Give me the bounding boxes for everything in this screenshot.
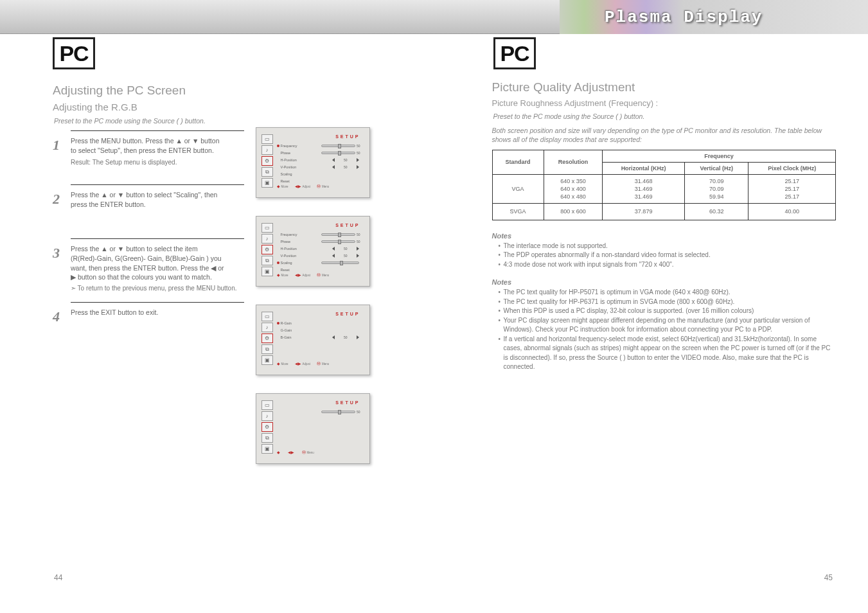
th-horizontal: Horizontal (KHz) [603, 162, 685, 174]
note-item: The PC text quality for HP-P5071 is opti… [499, 288, 837, 298]
page-number-right: 45 [824, 573, 833, 582]
osd-hints: ◆Move◀▶AdjustⓂMenu [277, 361, 360, 367]
right-page: Picture Quality Adjustment Picture Rough… [434, 0, 869, 594]
table-cell: 37.879 [603, 203, 685, 220]
note-item: When this PDP is used a PC display, 32-b… [499, 306, 837, 316]
left-title: Adjusting the PC Screen [53, 84, 373, 98]
right-content: Picture Quality Adjustment Picture Rough… [492, 80, 837, 381]
table-cell: 640 x 350640 x 400640 x 480 [544, 174, 603, 203]
th-standard: Standard [492, 150, 544, 174]
osd-row: V-Position50 [277, 252, 362, 259]
right-subsection-title: Picture Roughness Adjustment (Frequency)… [492, 98, 837, 108]
table-cell: 25.1725.1725.17 [748, 174, 836, 203]
th-pixelclock: Pixel Clock (MHz) [748, 162, 836, 174]
right-title: Picture Quality Adjustment [492, 80, 837, 94]
note-item: The interlace mode is not supported. [499, 242, 837, 251]
osd-items: Frequency50Phase50H-Position50V-Position… [277, 231, 362, 273]
osd-thumb: SETUP▭♪⚙⧉▣Frequency50Phase50H-Position50… [256, 127, 370, 198]
table-row: VGA640 x 350640 x 400640 x 48031.46831.4… [492, 174, 836, 203]
osd-row: Phase50 [277, 238, 362, 245]
left-intro: Preset to the PC mode using the Source (… [53, 116, 373, 125]
osd-sidebar-icon: ▣ [261, 178, 273, 188]
osd-thumb: SETUP▭♪⚙⧉▣Frequency50Phase50H-Position50… [256, 216, 370, 287]
table-cell: 31.46831.46931.469 [603, 174, 685, 203]
osd-items: R-GainG-GainB-Gain50 [277, 319, 362, 341]
osd-row: Scaling [277, 170, 362, 177]
step-number: 1 [53, 137, 60, 154]
osd-row: V-Position50 [277, 163, 362, 170]
osd-sidebar-icon: ⧉ [261, 256, 273, 265]
osd-hints: ◆Move◀▶AdjustⓂMenu [277, 184, 360, 190]
osd-row: 50 [277, 408, 362, 415]
note-item: 4:3 mode dose not work with input signal… [499, 260, 837, 270]
table-cell: 800 x 600 [544, 203, 603, 220]
note-block: NotesThe PC text quality for HP-P5071 is… [492, 278, 837, 372]
osd-sidebar-icon: ♪ [261, 145, 273, 155]
osd-sidebar-icon: ⚙ [261, 422, 273, 432]
osd-hints: ◆◀▶ⓂMenu [277, 450, 360, 456]
osd-title: SETUP [335, 134, 360, 139]
osd-row: Scaling [277, 259, 362, 266]
page-number-left: 44 [54, 573, 62, 582]
table-cell: SVGA [492, 203, 544, 220]
step-number: 2 [53, 191, 60, 208]
right-intro: Preset to the PC mode using the Source (… [492, 112, 837, 121]
osd-sidebar: ▭♪⚙⧉▣ [261, 312, 273, 365]
left-subsection-title: Adjusting the R.G.B [53, 102, 373, 112]
step-body: Press the MENU button. Press the ▲ or ▼ … [71, 136, 225, 155]
note-body: The PC text quality for HP-P5071 is opti… [492, 288, 837, 372]
display-mode-table: Standard Resolution Frequency Horizontal… [492, 150, 837, 220]
th-vertical: Vertical (Hz) [685, 162, 748, 174]
osd-row: G-Gain [277, 326, 362, 333]
osd-sidebar-icon: ▭ [261, 223, 273, 233]
note-item: The PDP operates abnormally if a non-sta… [499, 251, 837, 260]
osd-sidebar-icon: ♪ [261, 411, 273, 421]
table-row: SVGA800 x 60037.87960.3240.00 [492, 203, 836, 220]
osd-title: SETUP [335, 312, 360, 316]
osd-sidebar-icon: ♪ [261, 234, 273, 244]
osd-thumb: SETUP▭♪⚙⧉▣R-GainG-GainB-Gain50◆Move◀▶Adj… [256, 305, 370, 375]
osd-thumb: SETUP▭♪⚙⧉▣50◆◀▶ⓂMenu [256, 393, 370, 464]
osd-sidebar-icon: ♪ [261, 323, 273, 332]
osd-title: SETUP [335, 400, 360, 405]
th-resolution: Resolution [544, 150, 603, 174]
osd-title: SETUP [335, 223, 360, 227]
osd-sidebar-icon: ⧉ [261, 433, 273, 443]
notes-blocks: NotesThe interlace mode is not supported… [492, 232, 837, 372]
osd-sidebar-icon: ⚙ [261, 245, 273, 254]
osd-sidebar-icon: ▣ [261, 355, 273, 365]
right-postintro: Both screen position and size will vary … [492, 126, 837, 144]
osd-sidebar-icon: ⧉ [261, 167, 273, 177]
note-body: The interlace mode is not supported.The … [492, 242, 837, 270]
osd-sidebar-icon: ⧉ [261, 344, 273, 354]
osd-row: H-Position50 [277, 156, 362, 163]
osd-row: Phase50 [277, 149, 362, 156]
osd-items: Frequency50Phase50H-Position50V-Position… [277, 142, 362, 184]
osd-sidebar-icon: ⚙ [261, 333, 273, 343]
osd-sidebar-icon: ▣ [261, 444, 273, 454]
note-item: If a vertical and horizontal frequency-s… [499, 335, 837, 372]
osd-sidebar-icon: ▭ [261, 400, 273, 410]
osd-sidebar: ▭♪⚙⧉▣ [261, 223, 273, 276]
osd-row: R-Gain [277, 319, 362, 326]
step-body: Press the EXIT button to exit. [71, 308, 225, 317]
osd-sidebar-icon: ▭ [261, 134, 273, 144]
note-item: Your PC display screen might appear diff… [499, 316, 837, 335]
table-cell: 60.32 [685, 203, 748, 220]
osd-hints: ◆Move◀▶AdjustⓂMenu [277, 272, 360, 278]
osd-sidebar-icon: ⚙ [261, 156, 273, 166]
step-number: 4 [53, 308, 60, 325]
note-block: NotesThe interlace mode is not supported… [492, 232, 837, 270]
osd-row: Frequency50 [277, 142, 362, 149]
osd-thumbnails: SETUP▭♪⚙⧉▣Frequency50Phase50H-Position50… [256, 127, 370, 482]
note-heading: Notes [492, 278, 837, 286]
table-cell: 70.0970.0959.94 [685, 174, 748, 203]
osd-sidebar-icon: ▣ [261, 267, 273, 276]
osd-row: Frequency50 [277, 231, 362, 238]
table-cell: 40.00 [748, 203, 836, 220]
osd-row: H-Position50 [277, 245, 362, 252]
left-page: Adjusting the PC Screen Adjusting the R.… [0, 0, 434, 594]
osd-sidebar: ▭♪⚙⧉▣ [261, 134, 273, 188]
step-body: Press the ▲ or ▼ button to select "Scali… [71, 190, 225, 209]
note-heading: Notes [492, 232, 837, 240]
